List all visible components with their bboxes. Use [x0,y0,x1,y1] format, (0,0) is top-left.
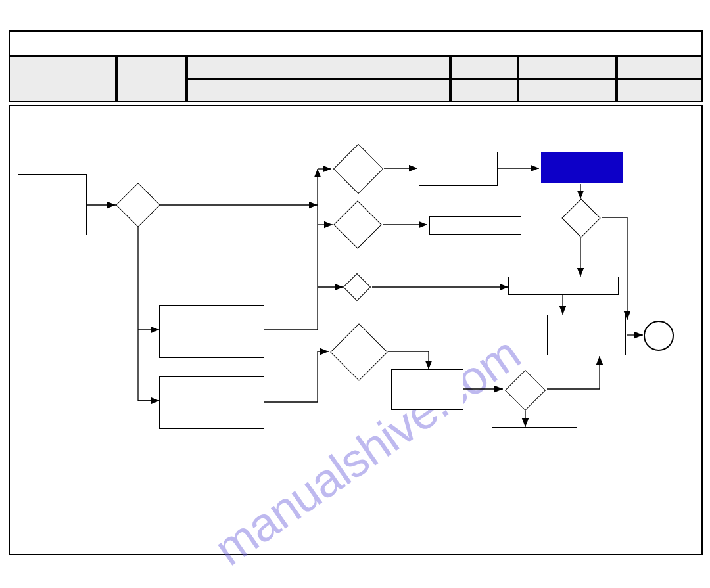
node-bottom [492,427,577,445]
header-cell-f1 [617,56,703,79]
header-title-row [9,30,703,56]
header-cell-d1 [450,56,518,79]
node-t1-out [419,152,498,186]
node-blue [541,152,623,183]
header-cell-b [116,56,187,102]
header-cell-c2 [187,79,450,102]
node-t2-out [429,216,521,235]
header-cell-c1 [187,56,450,79]
node-end [644,321,674,351]
node-t3-out [508,277,619,295]
header-cell-e2 [518,79,617,102]
header-cell-d2 [450,79,518,102]
node-t4-out [391,369,463,410]
node-start [18,174,87,235]
header-cell-e1 [518,56,617,79]
page: manualshive.com [0,0,710,588]
node-process-a [159,305,264,358]
node-merge [547,315,626,355]
diagram-frame: manualshive.com [9,105,703,555]
node-process-b [159,376,264,429]
header-cell-f2 [617,79,703,102]
header-cell-a [9,56,116,102]
